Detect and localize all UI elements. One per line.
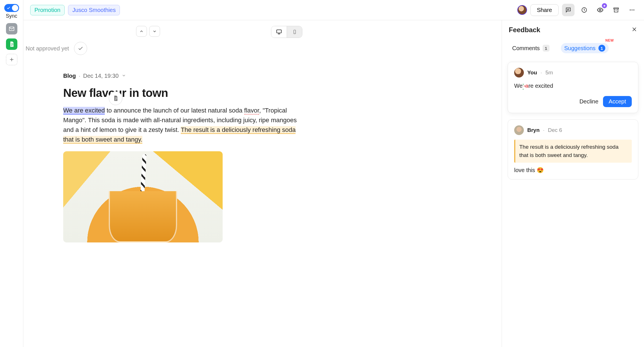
device-desktop-button[interactable] (271, 26, 287, 38)
document-icon (112, 95, 119, 101)
more-button[interactable] (626, 4, 638, 16)
sidebar-doc-button[interactable] (6, 38, 17, 50)
archive-button[interactable] (610, 4, 622, 16)
tag-campaign[interactable]: Jusco Smoothies (68, 5, 120, 15)
decline-button[interactable]: Decline (579, 98, 598, 105)
close-icon (631, 26, 637, 32)
avatar (514, 125, 524, 135)
approval-status: Not approved yet (26, 45, 69, 52)
prev-post-button[interactable] (136, 26, 147, 37)
svg-rect-10 (614, 8, 619, 9)
svg-rect-2 (11, 44, 13, 45)
image-decoration (109, 191, 177, 242)
post-body[interactable]: We are excited to announce the launch of… (63, 106, 302, 144)
approval-row: Not approved yet (23, 42, 302, 55)
card-header: Bryn · Dec 6 (514, 125, 632, 135)
close-feedback-button[interactable] (631, 26, 637, 33)
plus-icon (9, 57, 14, 62)
spellcheck-highlight[interactable]: flavor (244, 107, 259, 115)
chevron-down-icon (122, 73, 126, 79)
chat-icon (565, 7, 571, 13)
sidebar-mail-button[interactable] (6, 23, 17, 34)
author-name: Bryn (527, 127, 540, 133)
chevron-down-icon (152, 29, 157, 34)
svg-rect-1 (11, 43, 13, 44)
document-icon (9, 41, 15, 47)
comment-body: love this 😍 (514, 167, 632, 174)
mail-icon (9, 26, 15, 32)
sync-label: Sync (6, 13, 17, 19)
svg-rect-15 (277, 30, 282, 33)
device-mobile-button[interactable] (287, 26, 302, 38)
tab-suggestions[interactable]: Suggestions 1 NEW (561, 43, 609, 53)
svg-rect-20 (115, 97, 117, 98)
accept-button[interactable]: Accept (603, 96, 632, 107)
check-icon (7, 6, 11, 10)
tab-label: Suggestions (564, 45, 596, 52)
avatar (514, 68, 524, 77)
card-header: You · 5m (514, 68, 632, 77)
star-badge-icon: ★ (602, 3, 607, 8)
nav-arrows (136, 26, 160, 37)
preview-button[interactable]: ★ (594, 4, 606, 16)
author-name: You (527, 70, 537, 76)
timestamp: Dec 6 (548, 127, 562, 133)
post-meta[interactable]: Blog · Dec 14, 19:30 (63, 73, 302, 79)
tab-count: 1 (543, 45, 549, 52)
new-badge: NEW (605, 38, 614, 42)
svg-point-9 (599, 9, 601, 11)
share-button[interactable]: Share (530, 4, 559, 16)
svg-point-14 (633, 9, 635, 11)
timestamp: 5m (545, 70, 553, 76)
desktop-icon (276, 29, 282, 35)
suggestion-diff: We' are excited (514, 83, 632, 89)
post-category: Blog (63, 73, 76, 79)
chevron-up-icon (139, 29, 144, 34)
device-toggle (271, 26, 302, 38)
mobile-icon (292, 29, 297, 35)
tab-label: Comments (512, 45, 540, 52)
comment-quote: The result is a deliciously refreshing s… (514, 140, 632, 163)
post-date: Dec 14, 19:30 (83, 73, 119, 79)
svg-rect-22 (115, 100, 116, 100)
svg-rect-21 (115, 99, 117, 99)
svg-rect-3 (11, 46, 13, 46)
svg-point-12 (630, 9, 631, 11)
more-horizontal-icon (629, 7, 635, 13)
comment-card[interactable]: Bryn · Dec 6 The result is a deliciously… (508, 119, 638, 179)
sync-group: Sync (4, 4, 19, 19)
feedback-header: Feedback (502, 20, 644, 37)
card-actions: Decline Accept (514, 96, 632, 107)
archive-icon (613, 7, 619, 13)
diff-delete: a (524, 83, 528, 89)
history-button[interactable] (578, 4, 590, 16)
editor-column: Not approved yet Blog · Dec 14, 19:30 (23, 20, 502, 347)
svg-point-13 (631, 9, 633, 11)
feedback-cards: You · 5m We' are excited Decline Accept (502, 56, 644, 185)
sync-toggle[interactable] (4, 4, 19, 12)
next-post-button[interactable] (149, 26, 160, 37)
feedback-tabs: Comments 1 Suggestions 1 NEW (502, 37, 644, 56)
clock-refresh-icon (581, 7, 587, 13)
main-area: Promotion Jusco Smoothies Share ★ (23, 0, 644, 347)
tab-comments[interactable]: Comments 1 (509, 43, 553, 53)
suggestion-card[interactable]: You · 5m We' are excited Decline Accept (508, 62, 638, 113)
post-hero-image[interactable] (63, 151, 223, 242)
left-rail: Sync (0, 0, 23, 347)
content-row: Not approved yet Blog · Dec 14, 19:30 (23, 20, 644, 347)
approve-button[interactable] (74, 42, 87, 55)
suggestion-highlight[interactable]: We are excited (63, 107, 105, 115)
tab-count: 1 (598, 45, 605, 52)
attached-doc-chip[interactable] (109, 91, 122, 105)
avatar[interactable] (517, 5, 527, 15)
feedback-panel: Feedback Comments 1 Suggestions 1 NEW (502, 20, 644, 347)
feedback-title: Feedback (509, 26, 631, 34)
topbar: Promotion Jusco Smoothies Share ★ (23, 0, 644, 20)
tag-promotion[interactable]: Promotion (30, 5, 65, 15)
check-icon (78, 46, 83, 51)
feedback-toggle-button[interactable] (562, 4, 575, 16)
post-title[interactable]: New flavour in town (63, 87, 302, 99)
sidebar-add-button[interactable] (6, 54, 17, 65)
